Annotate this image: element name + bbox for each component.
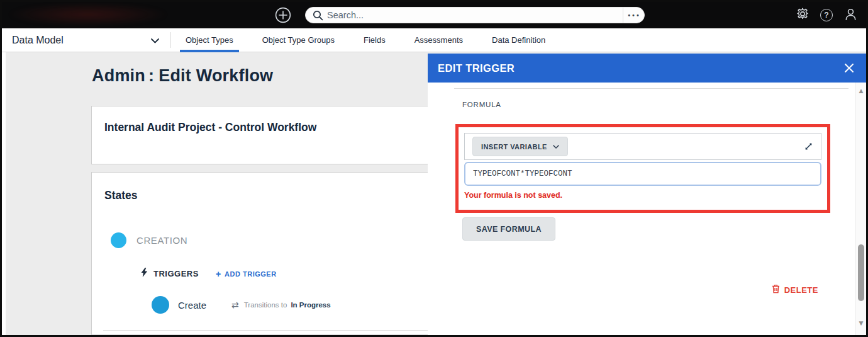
plus-circle-icon xyxy=(275,14,291,25)
top-bar: ••• ? xyxy=(2,2,866,28)
formula-toolbar: INSERT VARIABLE xyxy=(464,133,821,160)
user-profile-icon[interactable] xyxy=(843,7,858,24)
page-content: Admin:Edit Workflow Internal Audit Proje… xyxy=(2,52,866,335)
panel-header: EDIT TRIGGER xyxy=(428,54,866,83)
nav-tabs: Object Types Object Type Groups Fields A… xyxy=(171,28,560,52)
state-row-creation[interactable]: CREATION xyxy=(111,232,187,248)
triggers-label: TRIGGERS xyxy=(153,269,199,278)
formula-highlight-box: INSERT VARIABLE xyxy=(455,124,830,213)
state-color-dot xyxy=(111,232,126,248)
edit-trigger-panel: EDIT TRIGGER FORMULA INSERT VARIABLE xyxy=(428,54,866,335)
left-edge-strip xyxy=(2,52,6,335)
page-title: Admin:Edit Workflow xyxy=(92,66,273,86)
page-title-text: Edit Workflow xyxy=(159,66,273,85)
tab-fields[interactable]: Fields xyxy=(349,28,400,52)
page-title-separator: : xyxy=(148,66,154,85)
trigger-color-dot xyxy=(152,296,169,314)
tab-object-types[interactable]: Object Types xyxy=(171,28,248,52)
transition-label: Transitions to xyxy=(244,301,287,309)
trash-icon xyxy=(772,284,780,296)
transition-target: In Progress xyxy=(291,301,330,309)
add-trigger-button[interactable]: + ADD TRIGGER xyxy=(216,269,277,279)
search-bar[interactable]: ••• xyxy=(305,7,645,23)
scroll-up-icon[interactable]: ▲ xyxy=(856,88,866,94)
save-formula-button[interactable]: SAVE FORMULA xyxy=(462,217,555,241)
panel-scrollbar[interactable]: ▲ ▼ xyxy=(855,83,866,335)
states-heading: States xyxy=(92,173,444,202)
add-trigger-label: ADD TRIGGER xyxy=(225,270,277,278)
search-more-button[interactable]: ••• xyxy=(623,8,644,23)
close-button[interactable] xyxy=(842,61,856,75)
chevron-down-icon xyxy=(151,35,159,46)
gear-icon[interactable] xyxy=(796,7,810,23)
module-selector[interactable]: Data Model xyxy=(2,28,170,52)
formula-error-message: Your formula is not saved. xyxy=(464,191,821,200)
trigger-row-create[interactable]: Create ⇄ Transitions to In Progress xyxy=(152,296,331,314)
states-card: States CREATION TRIGGERS + ADD TRIGGER xyxy=(91,172,445,335)
scroll-down-icon[interactable]: ▼ xyxy=(856,320,866,326)
tab-data-definition[interactable]: Data Definition xyxy=(477,28,560,52)
add-button[interactable] xyxy=(275,7,291,23)
search-icon xyxy=(313,10,323,21)
workflow-card-title: Internal Audit Project - Control Workflo… xyxy=(92,106,444,134)
help-icon[interactable]: ? xyxy=(820,9,833,21)
tab-assessments[interactable]: Assessments xyxy=(400,28,477,52)
scrollbar-thumb[interactable] xyxy=(858,244,864,301)
page-title-prefix: Admin xyxy=(92,66,145,85)
delete-label: DELETE xyxy=(784,285,818,295)
plus-icon: + xyxy=(216,269,221,279)
insert-variable-label: INSERT VARIABLE xyxy=(481,143,547,151)
states-card-divider xyxy=(103,330,444,331)
transitions-icon: ⇄ xyxy=(231,300,239,310)
chevron-down-icon xyxy=(553,145,559,149)
workflow-card: Internal Audit Project - Control Workflo… xyxy=(91,106,445,164)
transition-info: ⇄ Transitions to In Progress xyxy=(231,300,331,310)
expand-icon[interactable] xyxy=(804,142,813,151)
formula-section-label: FORMULA xyxy=(462,101,501,108)
redacted-logo xyxy=(9,3,167,26)
formula-input[interactable] xyxy=(464,162,821,186)
panel-divider xyxy=(454,88,849,89)
delete-trigger-button[interactable]: DELETE xyxy=(772,284,818,296)
state-name: CREATION xyxy=(136,235,187,246)
search-input[interactable] xyxy=(323,10,623,20)
panel-title: EDIT TRIGGER xyxy=(438,62,515,74)
nav-bar: Data Model Object Types Object Type Grou… xyxy=(2,28,866,52)
trigger-name: Create xyxy=(178,300,206,311)
panel-body: FORMULA INSERT VARIABLE xyxy=(428,83,866,335)
tab-object-type-groups[interactable]: Object Type Groups xyxy=(248,28,349,52)
ellipsis-icon: ••• xyxy=(627,12,640,19)
module-selector-label: Data Model xyxy=(12,35,64,46)
triggers-row: TRIGGERS + ADD TRIGGER xyxy=(141,268,277,280)
insert-variable-button[interactable]: INSERT VARIABLE xyxy=(472,137,568,156)
app-window: ••• ? Data Model xyxy=(0,0,868,337)
lightning-bolt-icon xyxy=(141,268,148,280)
